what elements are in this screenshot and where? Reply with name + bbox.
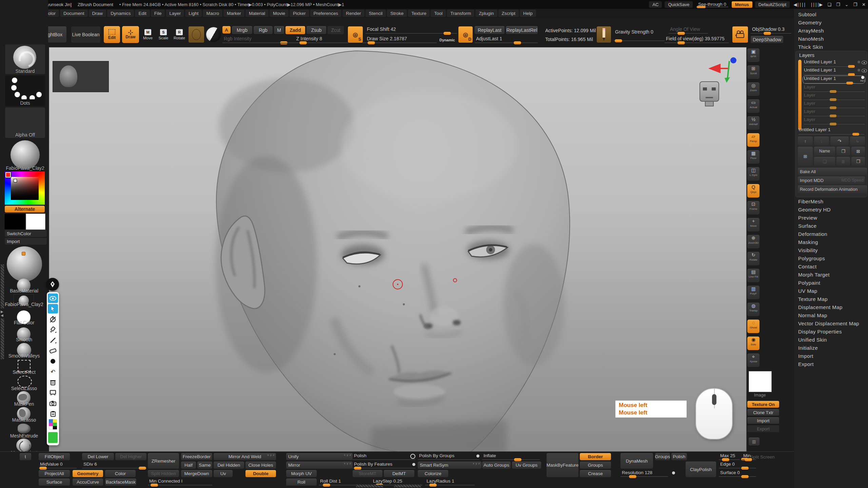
camera-icon[interactable] [732, 26, 748, 43]
texture-options-icon[interactable]: ▨ [749, 438, 760, 446]
zcut-button[interactable]: Zcut [328, 26, 344, 34]
tray-divider-handle2[interactable] [1, 319, 4, 359]
main-color-swatch[interactable] [4, 214, 26, 230]
xpose-button[interactable]: ⋄Xpose [747, 353, 760, 367]
zoom3d-button[interactable]: ⊕Zoom3D [747, 235, 760, 248]
color-green-swatch[interactable] [48, 432, 58, 443]
live-boolean-button[interactable]: Live Boolean [71, 26, 100, 43]
restore-icon[interactable]: ❐ [853, 2, 857, 7]
quicksave-button[interactable]: QuickSave [665, 1, 693, 8]
polish-features-toggle[interactable] [412, 463, 415, 466]
eraser-icon[interactable] [48, 346, 58, 355]
roll-button[interactable]: Roll [286, 479, 317, 486]
polish-by-groups-slider[interactable]: Polish By Groups [418, 453, 479, 460]
section-fibermesh[interactable]: FiberMesh [798, 199, 823, 204]
sculpt-canvas[interactable]: Mouse left Mouse left [49, 47, 747, 453]
colorize-button[interactable]: Colorize [418, 470, 448, 477]
rotate-view-button[interactable]: ↻Rotate [747, 252, 760, 265]
layer-branch-button[interactable]: ↳ [850, 137, 865, 145]
layer-merge-button[interactable]: ❏ [814, 157, 835, 166]
tray-divider-arrows[interactable]: ▶◀ [1, 310, 3, 317]
section-arraymesh[interactable]: ArrayMesh [798, 28, 824, 34]
menu-macro[interactable]: Macro [203, 10, 222, 17]
fill-object-button[interactable]: FillObject [39, 453, 70, 460]
texture-image-thumbnail[interactable] [749, 371, 772, 392]
layer-duplicate-button[interactable]: ❐ [836, 147, 850, 156]
layer-row-empty[interactable]: Layer [804, 84, 865, 92]
color-import-button[interactable]: Import [5, 238, 47, 245]
same-button[interactable]: Same [197, 462, 212, 469]
texture-thumbnail-clay[interactable]: FabioPaiva_Clay2 [5, 139, 45, 171]
section-vector-displacement-map[interactable]: Vector Displacement Map [798, 321, 859, 326]
dynamesh-polish-button[interactable]: Polish [671, 453, 687, 460]
menu-texture[interactable]: Texture [408, 10, 430, 17]
surface-button[interactable]: Surface [39, 479, 70, 486]
import-mdd-button[interactable]: Import MDD [798, 177, 841, 184]
brush-thumbnail-standard[interactable]: Standard [5, 44, 45, 75]
groups-button[interactable]: Groups [580, 462, 611, 469]
ac-button[interactable]: AC [649, 1, 662, 8]
line-fill-button[interactable]: ▤Line Fill [747, 269, 760, 282]
section-texture-map[interactable]: Texture Map [798, 296, 828, 302]
minimize-icon[interactable]: ⌄ [845, 2, 849, 7]
section-display-properties[interactable]: Display Properties [798, 329, 842, 334]
menu-material[interactable]: Material [245, 10, 269, 17]
min-connected-slider[interactable]: Min Connected I [148, 479, 212, 486]
unify-button[interactable]: Unifyx y z [286, 453, 353, 460]
menu-marker[interactable]: Marker [223, 10, 244, 17]
draw-button[interactable]: -¦- Draw [122, 26, 139, 43]
section-morph-target[interactable]: Morph Target [798, 272, 830, 278]
layer-mode-dot[interactable] [857, 61, 860, 63]
zoom-button[interactable]: ◎Zoom [747, 82, 760, 96]
layer-redo-button[interactable]: ↷ [830, 137, 849, 145]
draw-size-slider[interactable]: Draw Size 2.18787 [366, 36, 437, 43]
focal-shift-slider[interactable]: Focal Shift 42 [366, 26, 457, 34]
border-button[interactable]: Border [580, 453, 611, 460]
section-export[interactable]: Export [798, 361, 814, 367]
menus-button[interactable]: Menus [732, 1, 752, 8]
layer-row-empty[interactable]: Layer [804, 117, 865, 124]
section-deformation[interactable]: Deformation [798, 231, 827, 237]
section-polygroups[interactable]: Polygroups [798, 256, 825, 261]
menu-layer[interactable]: Layer [166, 10, 184, 17]
obj-shadow-slider[interactable]: ObjShadow 0.3 [751, 26, 791, 34]
solo-button[interactable]: ◉Solo [747, 337, 760, 350]
alpha-chip[interactable]: A [222, 26, 231, 34]
inflate-slider[interactable]: Inflate [482, 453, 540, 460]
geometry-mode-button[interactable]: Geometry [73, 470, 103, 477]
menu-transform[interactable]: Transform [447, 10, 474, 17]
section-polypaint[interactable]: Polypaint [798, 280, 820, 286]
alpha-thumbnail-off[interactable]: Alpha Off [5, 107, 45, 138]
transp-button[interactable]: ◍Transp [747, 303, 760, 316]
menu-render[interactable]: Render [342, 10, 364, 17]
menu-light[interactable]: Light [185, 10, 202, 17]
menu-edit[interactable]: Edit [135, 10, 150, 17]
record-dot[interactable] [861, 76, 864, 79]
merge-down-button[interactable]: MergeDown [181, 470, 212, 477]
replay-last-rel-button[interactable]: ReplayLastRel [506, 26, 538, 34]
scale-button[interactable]: S Scale [156, 26, 171, 43]
menu-stroke[interactable]: Stroke [387, 10, 407, 17]
clone-txtr-button[interactable]: Clone Txtr [747, 409, 779, 416]
m-button[interactable]: M [274, 26, 284, 34]
clipped-button[interactable]: t [20, 453, 31, 460]
rgb-button[interactable]: Rgb [254, 26, 273, 34]
bake-all-button[interactable]: Bake All [798, 168, 867, 175]
surface-slider[interactable]: Surface 0 [719, 470, 756, 477]
layers-scrollbar[interactable] [798, 59, 802, 131]
replay-last-button[interactable]: ReplayLast [475, 26, 505, 34]
focal-shift-icon[interactable]: ◎S [348, 26, 363, 43]
polish-groups-toggle[interactable] [476, 454, 479, 458]
color-picker[interactable] [5, 171, 45, 205]
bpr-button[interactable]: ▣BPR [747, 48, 760, 62]
history-back-icon[interactable]: ◀∣∣∣∣ [793, 2, 806, 7]
layout-icon[interactable]: ❏ [827, 2, 831, 7]
edit-button[interactable]: Edit [104, 26, 120, 43]
layer-row-empty[interactable]: Layer [804, 109, 865, 116]
edge-slider[interactable]: Edge 0 [719, 462, 756, 469]
layer-row-empty[interactable]: Layer [804, 93, 865, 100]
mrgb-button[interactable]: Mrgb [232, 26, 252, 34]
deep-shadow-button[interactable]: DeepShadow [751, 36, 783, 43]
layers-header[interactable]: Layers [799, 52, 814, 58]
lazy-radius-slider[interactable]: LazyRadius 1 [425, 479, 475, 486]
